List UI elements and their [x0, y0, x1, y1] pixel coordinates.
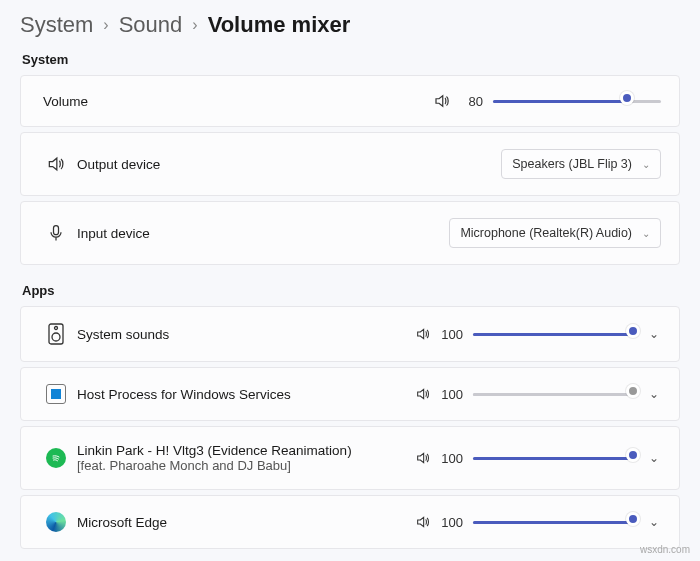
- speaker-icon: [39, 154, 73, 174]
- app-label: Microsoft Edge: [73, 515, 415, 530]
- svg-rect-0: [54, 226, 59, 235]
- volume-icon[interactable]: [415, 514, 431, 530]
- breadcrumb-system[interactable]: System: [20, 12, 93, 38]
- breadcrumb: System › Sound › Volume mixer: [20, 12, 680, 38]
- app-volume-slider[interactable]: [473, 328, 633, 340]
- volume-slider[interactable]: [493, 95, 661, 107]
- volume-icon[interactable]: [415, 326, 431, 342]
- expand-button[interactable]: ⌄: [647, 387, 661, 401]
- app-label: System sounds: [73, 327, 415, 342]
- chevron-right-icon: ›: [103, 16, 108, 34]
- app-volume-value: 100: [441, 327, 463, 342]
- app-volume-value: 100: [441, 515, 463, 530]
- input-device-card: Input device Microphone (Realtek(R) Audi…: [20, 201, 680, 265]
- app-row-edge: Microsoft Edge 100 ⌄: [20, 495, 680, 549]
- microphone-icon: [39, 223, 73, 243]
- breadcrumb-sound[interactable]: Sound: [119, 12, 183, 38]
- expand-button[interactable]: ⌄: [647, 327, 661, 341]
- speaker-device-icon: [39, 323, 73, 345]
- host-process-icon: [39, 384, 73, 404]
- app-row-system-sounds: System sounds 100 ⌄: [20, 306, 680, 362]
- volume-icon[interactable]: [415, 450, 431, 466]
- breadcrumb-current: Volume mixer: [208, 12, 351, 38]
- app-label: Linkin Park - H! Vltg3 (Evidence Reanima…: [73, 443, 415, 473]
- volume-card: Volume 80: [20, 75, 680, 127]
- output-device-card: Output device Speakers (JBL Flip 3) ⌄: [20, 132, 680, 196]
- section-label-apps: Apps: [22, 283, 678, 298]
- edge-icon: [39, 512, 73, 532]
- chevron-down-icon: ⌄: [642, 228, 650, 239]
- volume-value: 80: [461, 94, 483, 109]
- expand-button[interactable]: ⌄: [647, 451, 661, 465]
- volume-icon[interactable]: [415, 386, 431, 402]
- svg-point-3: [55, 327, 58, 330]
- input-device-label: Input device: [73, 226, 449, 241]
- app-volume-slider[interactable]: [473, 516, 633, 528]
- app-row-spotify: Linkin Park - H! Vltg3 (Evidence Reanima…: [20, 426, 680, 490]
- watermark: wsxdn.com: [640, 544, 690, 555]
- svg-point-2: [52, 333, 60, 341]
- section-label-system: System: [22, 52, 678, 67]
- app-label: Host Process for Windows Services: [73, 387, 415, 402]
- app-volume-slider[interactable]: [473, 388, 633, 400]
- input-device-select[interactable]: Microphone (Realtek(R) Audio) ⌄: [449, 218, 661, 248]
- volume-label: Volume: [39, 94, 433, 109]
- expand-button[interactable]: ⌄: [647, 515, 661, 529]
- app-volume-value: 100: [441, 387, 463, 402]
- app-row-host-process: Host Process for Windows Services 100 ⌄: [20, 367, 680, 421]
- output-device-value: Speakers (JBL Flip 3): [512, 157, 632, 171]
- spotify-icon: [39, 448, 73, 468]
- app-volume-slider[interactable]: [473, 452, 633, 464]
- output-device-select[interactable]: Speakers (JBL Flip 3) ⌄: [501, 149, 661, 179]
- volume-icon[interactable]: [433, 92, 451, 110]
- chevron-right-icon: ›: [192, 16, 197, 34]
- app-volume-value: 100: [441, 451, 463, 466]
- input-device-value: Microphone (Realtek(R) Audio): [460, 226, 632, 240]
- chevron-down-icon: ⌄: [642, 159, 650, 170]
- output-device-label: Output device: [73, 157, 501, 172]
